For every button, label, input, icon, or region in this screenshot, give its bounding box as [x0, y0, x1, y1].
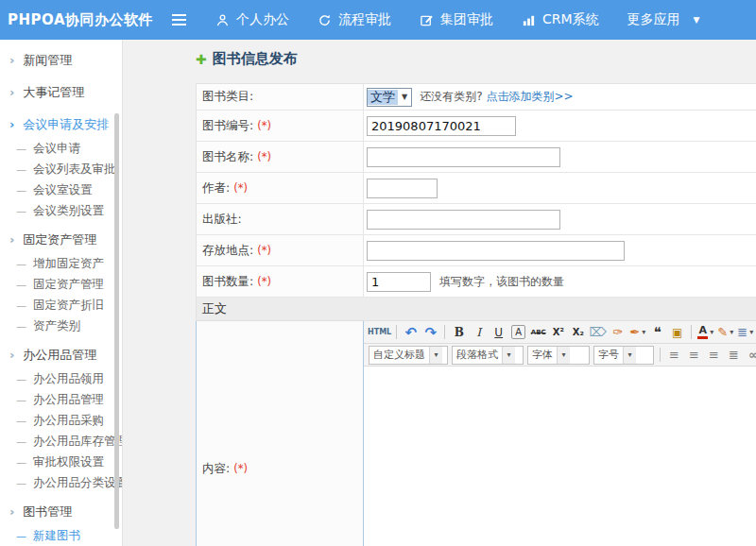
form-row-code: 图书编号: (*)	[197, 111, 756, 142]
strikethrough-button[interactable]: ABC	[529, 323, 547, 342]
sidebar-item-prefix-icon: —	[16, 275, 26, 295]
sidebar-item[interactable]: —会议列表及审批	[0, 159, 122, 179]
author-input[interactable]	[367, 179, 438, 198]
editor-toolbar-row1: HTML ↶ ↷ B I U A ABC X² X₂ ⌦ ✑ ✒▾ ❝ ▣	[364, 321, 756, 344]
sidebar-item-label: 固定资产折旧	[33, 298, 104, 312]
sidebar-item[interactable]: —办公用品分类设置	[0, 472, 122, 493]
autotypeset-button[interactable]: A	[511, 325, 525, 339]
align-right-button[interactable]: ≡	[705, 346, 723, 365]
nav-group-approval[interactable]: 集团审批	[420, 11, 493, 28]
body-section-bar: 正文	[197, 298, 756, 321]
sidebar-item-prefix-icon: —	[16, 180, 26, 200]
sidebar-item[interactable]: —固定资产折旧	[0, 295, 122, 316]
add-category-link[interactable]: 点击添加类别>>	[487, 89, 574, 105]
sidebar-item[interactable]: ›新闻管理	[0, 47, 122, 74]
editor-content-area[interactable]	[364, 367, 756, 546]
align-left-button[interactable]: ≡	[665, 346, 683, 365]
book-name-input[interactable]	[367, 147, 560, 167]
nav-process-approval[interactable]: 流程审批	[318, 11, 391, 28]
dropdown-arrow-icon: ▾	[749, 328, 753, 336]
sidebar-item[interactable]: —办公用品领用	[0, 368, 122, 389]
rich-text-editor: HTML ↶ ↷ B I U A ABC X² X₂ ⌦ ✑ ✒▾ ❝ ▣	[364, 321, 756, 546]
book-code-input[interactable]	[367, 116, 516, 136]
sidebar-item[interactable]: —办公用品管理	[0, 389, 122, 410]
bold-button[interactable]: B	[450, 323, 468, 342]
blockquote-button[interactable]: ❝	[648, 323, 666, 342]
nav-crm-system[interactable]: CRM系统	[522, 11, 599, 28]
category-select[interactable]: 文学 ▼	[367, 88, 412, 107]
sidebar-item[interactable]: —办公用品采购	[0, 410, 122, 431]
form-row-publisher: 出版社:	[197, 204, 756, 235]
quantity-input[interactable]	[367, 272, 431, 292]
category-selected-value: 文学	[368, 90, 398, 105]
dropdown-arrow-icon: ▾	[557, 347, 570, 364]
sidebar-item-label: 资产类别	[33, 318, 80, 333]
person-icon	[215, 13, 230, 27]
sidebar-item[interactable]: —新建图书	[0, 525, 122, 546]
sidebar-item[interactable]: —资产类别	[0, 316, 122, 336]
eraser-button[interactable]: ⌦	[589, 323, 607, 342]
sidebar-item[interactable]: ›图书管理	[0, 499, 122, 525]
format-brush-button[interactable]: ✑	[609, 323, 627, 342]
sidebar-item-label: 会议室设置	[33, 182, 93, 196]
insert-link-button[interactable]: ∞	[745, 346, 756, 365]
sidebar-item-prefix-icon: —	[16, 296, 26, 316]
redo-button[interactable]: ↷	[421, 323, 439, 342]
subscript-button[interactable]: X₂	[569, 323, 587, 342]
html-source-button[interactable]: HTML	[368, 323, 391, 342]
sidebar-item-label: 审批权限设置	[33, 454, 104, 469]
sidebar-item[interactable]: ›大事记管理	[0, 79, 122, 106]
sidebar-item[interactable]: —增加固定资产	[0, 253, 122, 274]
required-mark: (*)	[257, 244, 271, 257]
main-content: ✚ 图书信息发布 图书类目: 文学 ▼ 还没有类别? 点击添加类别>> 图书编号…	[124, 40, 756, 546]
sidebar-item-label: 会议列表及审批	[33, 162, 116, 176]
paragraph-format-select[interactable]: 段落格式▾	[452, 346, 524, 365]
location-input[interactable]	[367, 241, 625, 261]
superscript-button[interactable]: X²	[549, 323, 567, 342]
required-mark: (*)	[233, 462, 248, 475]
ordered-list-button[interactable]: ≣▾	[736, 323, 754, 342]
book-publish-form: 图书类目: 文学 ▼ 还没有类别? 点击添加类别>> 图书编号: (*)	[196, 83, 756, 546]
page-title: ✚ 图书信息发布	[196, 50, 298, 68]
sidebar-item[interactable]: —审批权限设置	[0, 452, 122, 472]
custom-title-select[interactable]: 自定义标题▾	[369, 346, 448, 365]
sidebar-item[interactable]: —办公用品库存管理	[0, 431, 122, 452]
menu-toggle-icon[interactable]	[172, 13, 189, 26]
sidebar-item[interactable]: —会议申请	[0, 138, 122, 159]
sidebar-item[interactable]: ›会议申请及安排	[0, 111, 122, 138]
paste-text-button[interactable]: ▣	[668, 323, 686, 342]
sidebar-item-label: 大事记管理	[23, 85, 84, 99]
paint-format-button[interactable]: ✒▾	[628, 323, 646, 342]
font-family-select[interactable]: 字体▾	[527, 346, 590, 365]
sidebar-item[interactable]: ›固定资产管理	[0, 227, 122, 253]
required-mark: (*)	[257, 119, 271, 132]
underline-button[interactable]: U	[490, 323, 507, 342]
nav-personal-office[interactable]: 个人办公	[215, 11, 289, 28]
required-mark: (*)	[257, 150, 271, 163]
sidebar-item-label: 增加固定资产	[33, 256, 104, 270]
sidebar-item[interactable]: —固定资产管理	[0, 274, 122, 295]
sidebar-item[interactable]: —会议室设置	[0, 179, 122, 200]
sidebar-scrollbar[interactable]	[114, 113, 119, 529]
sidebar-item-prefix-icon: ›	[9, 499, 14, 525]
highlight-color-button[interactable]: ✎▾	[716, 323, 734, 342]
nav-more-apps[interactable]: 更多应用 ▼	[627, 11, 700, 28]
font-size-select[interactable]: 字号▾	[593, 346, 654, 365]
align-justify-button[interactable]: ≣	[725, 346, 743, 365]
font-color-button[interactable]: A ▾	[696, 323, 714, 342]
sidebar-item[interactable]: —会议类别设置	[0, 200, 122, 221]
category-question-text: 还没有类别?	[420, 89, 482, 105]
italic-button[interactable]: I	[470, 323, 488, 342]
sidebar-menu: ›新闻管理 ›大事记管理 ›会议申请及安排 —会议申请 —会议列表及审批 —会议…	[0, 40, 122, 546]
undo-button[interactable]: ↶	[402, 323, 420, 342]
align-center-button[interactable]: ≡	[685, 346, 703, 365]
sidebar-item-prefix-icon: —	[16, 432, 26, 452]
sidebar-item-prefix-icon: —	[16, 316, 26, 336]
publisher-input[interactable]	[367, 210, 560, 230]
form-row-quantity: 图书数量: (*) 填写数字，该图书的数量	[197, 266, 756, 298]
sidebar-item-prefix-icon: —	[16, 452, 26, 472]
sidebar-item-prefix-icon: —	[16, 473, 26, 493]
sidebar-item[interactable]: ›办公用品管理	[0, 342, 122, 368]
sidebar-item-prefix-icon: —	[16, 526, 26, 546]
sidebar-item-label: 会议申请及安排	[23, 117, 109, 131]
